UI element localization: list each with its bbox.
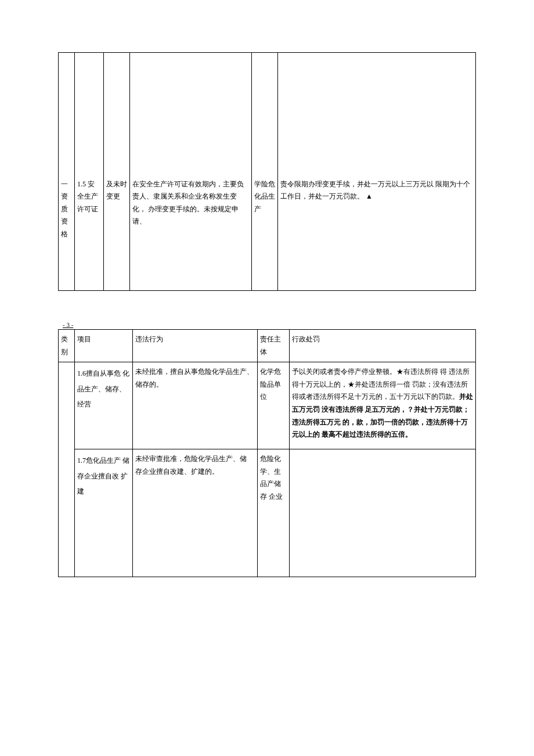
- cell-category-empty: [59, 362, 75, 577]
- table2-header-row: 类 别 项目 违法行为 责任主 体 行政处罚: [59, 330, 476, 362]
- cell-behavior: 未经审查批准，危险化学品生产、储 存企业擅自改建、扩建的。: [133, 449, 258, 577]
- page-number: - 3 -: [58, 320, 476, 329]
- table1-container: 一 资 质 资 格 1.5 安全生产许可证 及未时变更 在安全生产许可证有效期内…: [0, 0, 534, 320]
- table1-content-row: 一 资 质 资 格 1.5 安全生产许可证 及未时变更 在安全生产许可证有效期内…: [59, 175, 476, 291]
- cell-project: 1.6擅自从事危 化品生产、储存、经营: [75, 362, 133, 449]
- cell-penalty: [290, 449, 476, 577]
- spacer-cell: [252, 53, 278, 175]
- cell-project: 1.7危化品生产 储存企业擅自改 扩建: [75, 449, 133, 577]
- cell-behavior: 在安全生产许可证有效期内，主要负 责人、隶属关系和企业名称发生变化， 办理变更手…: [130, 175, 252, 291]
- spacer-cell: [130, 53, 252, 175]
- spacer-cell: [75, 53, 104, 175]
- table-row: 1.7危化品生产 储存企业擅自改 扩建 未经审查批准，危险化学品生产、储 存企业…: [59, 449, 476, 577]
- table2-container: 类 别 项目 违法行为 责任主 体 行政处罚 1.6擅自从事危 化品生产、储存、…: [0, 329, 534, 600]
- table-1: 一 资 质 资 格 1.5 安全生产许可证 及未时变更 在安全生产许可证有效期内…: [58, 52, 476, 291]
- header-penalty: 行政处罚: [290, 330, 476, 362]
- cell-penalty: 责令限期办理变更手续，并处一万元以上三万元以 限期为十个工作日，并处一万元罚款。…: [278, 175, 476, 291]
- cell-subject: 危险化 学、生品产储存 企业: [258, 449, 290, 577]
- spacer-cell: [278, 53, 476, 175]
- header-project: 项目: [75, 330, 133, 362]
- cell-subject: 化学危 险品单 位: [258, 362, 290, 449]
- header-behavior: 违法行为: [133, 330, 258, 362]
- cell-sub: 及未时变更: [104, 175, 130, 291]
- cell-project: 1.5 安全生产许可证: [75, 175, 104, 291]
- spacer-cell: [104, 53, 130, 175]
- cell-subject: 学险危 化品生 产: [252, 175, 278, 291]
- cell-category: 一 资 质 资 格: [59, 175, 75, 291]
- table-row: 1.6擅自从事危 化品生产、储存、经营 未经批准，擅自从事危险化学品生产、储存的…: [59, 362, 476, 449]
- spacer-cell: [59, 53, 75, 175]
- table-2: 类 别 项目 违法行为 责任主 体 行政处罚 1.6擅自从事危 化品生产、储存、…: [58, 329, 476, 577]
- cell-penalty: 予以关闭或者责令停产停业整顿。★有违法所得 得 违法所得十万元以上的，★并处违法…: [290, 362, 476, 449]
- header-category: 类 别: [59, 330, 75, 362]
- penalty-text-pre: 予以关闭或者责令停产停业整顿。★有违法所得 得 违法所得十万元以上的，★并处违法…: [292, 368, 470, 401]
- cell-behavior: 未经批准，擅自从事危险化学品生产、储存的。: [133, 362, 258, 449]
- table1-spacer-row: [59, 53, 476, 175]
- header-subject: 责任主 体: [258, 330, 290, 362]
